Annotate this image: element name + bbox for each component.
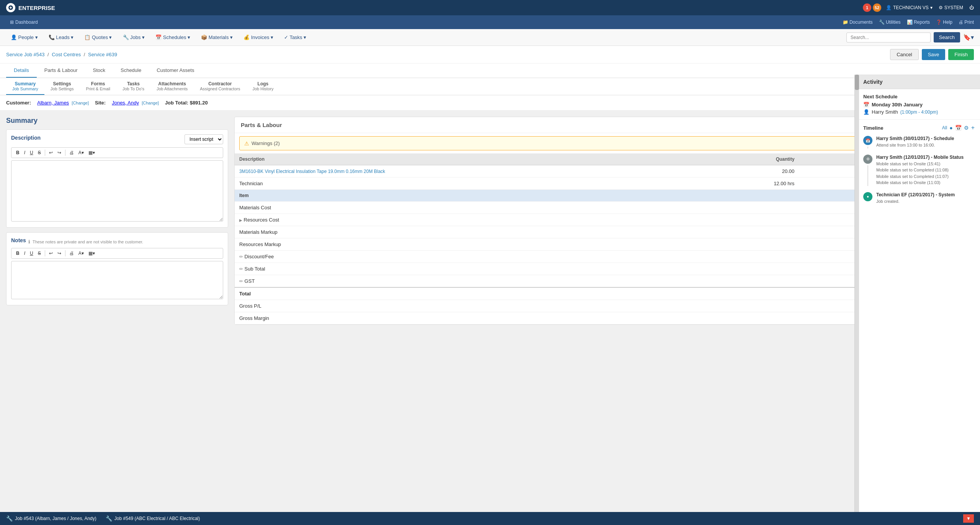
site-value: Jones, Andy [Change] bbox=[112, 100, 159, 106]
tab-parts-labour[interactable]: Parts & Labour bbox=[37, 64, 85, 78]
notes-toolbar-bold[interactable]: B bbox=[15, 250, 21, 257]
bottom-arrow-button[interactable]: ▼ bbox=[963, 514, 974, 523]
timeline-item: ⚙ Harry Smith (12/01/2017) - Mobile Stat… bbox=[863, 155, 975, 186]
toolbar-redo[interactable]: ↪ bbox=[56, 149, 63, 156]
sub-tab-attachments[interactable]: Attachments Job Attachments bbox=[150, 78, 194, 95]
bottom-job-1[interactable]: 🔧 Job #543 (Albarn, James / Jones, Andy) bbox=[6, 515, 96, 522]
filter-all[interactable]: All bbox=[942, 125, 947, 130]
edit-pencil-discount[interactable]: ✏ bbox=[239, 254, 243, 259]
nav-reports[interactable]: 📊 Reports bbox=[907, 20, 930, 25]
timeline-section: Timeline All ● 📅 ⚙ + 📅 Harry Smith (30/0… bbox=[858, 120, 980, 215]
nav-leads[interactable]: 📞 Leads ▾ bbox=[44, 32, 78, 42]
nav-quotes[interactable]: 📋 Quotes ▾ bbox=[80, 32, 116, 42]
save-button[interactable]: Save bbox=[922, 49, 946, 60]
badge-orange[interactable]: 52 bbox=[873, 3, 881, 12]
nav-dashboard[interactable]: ⊞ Dashboard bbox=[6, 15, 42, 29]
nav-schedules[interactable]: 📅 Schedules ▾ bbox=[151, 32, 195, 42]
notes-toolbar-italic[interactable]: I bbox=[23, 250, 27, 257]
breadcrumb-service[interactable]: Service #639 bbox=[88, 52, 117, 57]
search-button[interactable]: Search bbox=[934, 32, 960, 42]
notes-toolbar-highlight[interactable]: ▦▾ bbox=[87, 250, 96, 257]
toolbar-highlight[interactable]: ▦▾ bbox=[87, 149, 96, 156]
gross-pl-label: Gross P/L bbox=[235, 300, 799, 312]
cancel-button[interactable]: Cancel bbox=[890, 49, 918, 60]
nav-materials[interactable]: 📦 Materials ▾ bbox=[196, 32, 237, 42]
nav-jobs[interactable]: 🔧 Jobs ▾ bbox=[118, 32, 150, 42]
summary-title: Summary bbox=[6, 117, 228, 125]
customer-link[interactable]: Albarn, James bbox=[37, 100, 69, 106]
sub-tab-forms[interactable]: Forms Print & Email bbox=[80, 78, 116, 95]
sub-tab-logs[interactable]: Logs Job History bbox=[246, 78, 279, 95]
filter-calendar-icon[interactable]: 📅 bbox=[955, 125, 962, 131]
notes-toolbar-undo[interactable]: ↩ bbox=[47, 250, 54, 257]
toolbar-bold[interactable]: B bbox=[15, 149, 21, 156]
nav-print[interactable]: 🖨 Print bbox=[959, 20, 974, 25]
timeline-dot-col-3: ● bbox=[863, 192, 872, 205]
timeline-item: ● Technician EF (12/01/2017) - System Jo… bbox=[863, 192, 975, 205]
finish-button[interactable]: Finish bbox=[948, 49, 974, 60]
notes-hint: These notes are private and are not visi… bbox=[33, 240, 143, 244]
job-total: Job Total: $891.20 bbox=[165, 100, 208, 106]
warning-icon: ⚠ bbox=[244, 140, 249, 147]
row1-item-link[interactable]: 3M1610-BK Vinyl Electrical Insulation Ta… bbox=[239, 169, 385, 174]
app-logo: ENTERPRISE bbox=[6, 3, 55, 12]
tab-customer-assets[interactable]: Customer Assets bbox=[149, 64, 202, 78]
toolbar-sep-2 bbox=[65, 150, 65, 156]
nav-invoices[interactable]: 💰 Invoices ▾ bbox=[239, 32, 278, 42]
toolbar-font-color[interactable]: A▾ bbox=[77, 149, 85, 156]
customer-change[interactable]: [Change] bbox=[72, 101, 89, 105]
customer-label: Customer: bbox=[6, 100, 31, 106]
filter-circle-icon[interactable]: ● bbox=[949, 125, 952, 131]
notes-toolbar-font-color[interactable]: A▾ bbox=[77, 250, 85, 257]
filter-gear-icon[interactable]: ⚙ bbox=[964, 125, 969, 131]
left-panel: Summary Description Insert script B I U … bbox=[6, 117, 228, 522]
sub-tab-tasks[interactable]: Tasks Job To Do's bbox=[116, 78, 150, 95]
nav-people[interactable]: 👤 People ▾ bbox=[6, 32, 42, 42]
tab-details[interactable]: Details bbox=[6, 64, 37, 78]
site-change[interactable]: [Change] bbox=[142, 101, 159, 105]
edit-pencil-gst[interactable]: ✏ bbox=[239, 279, 243, 284]
sub-tab-contractor[interactable]: Contractor Assigned Contractors bbox=[194, 78, 246, 95]
tab-schedule[interactable]: Schedule bbox=[113, 64, 149, 78]
insert-script-select[interactable]: Insert script bbox=[185, 134, 223, 144]
site-link[interactable]: Jones, Andy bbox=[112, 100, 139, 106]
row1-description: 3M1610-BK Vinyl Electrical Insulation Ta… bbox=[235, 165, 708, 178]
nav-documents[interactable]: 📁 Documents bbox=[843, 20, 873, 25]
notes-toolbar-print[interactable]: 🖨 bbox=[68, 250, 75, 257]
bottom-job-2[interactable]: 🔧 Job #549 (ABC Electrical / ABC Electri… bbox=[106, 515, 200, 522]
breadcrumb: Service Job #543 / Cost Centres / Servic… bbox=[6, 52, 117, 57]
toolbar-print[interactable]: 🖨 bbox=[68, 149, 75, 156]
expand-arrow-resources[interactable]: ▶ bbox=[239, 218, 242, 222]
sub-tab-settings[interactable]: Settings Job Settings bbox=[44, 78, 80, 95]
filter-add-icon[interactable]: + bbox=[971, 124, 975, 131]
toolbar-underline[interactable]: U bbox=[28, 149, 35, 156]
toolbar-italic[interactable]: I bbox=[23, 149, 27, 156]
page-scrollbar[interactable] bbox=[854, 75, 859, 525]
sub-tabs-row: Summary Job Summary Settings Job Setting… bbox=[0, 78, 980, 95]
bookmark-icon[interactable]: 🔖▾ bbox=[963, 34, 974, 41]
notes-toolbar-underline[interactable]: U bbox=[28, 250, 35, 257]
badge-red[interactable]: 1 bbox=[863, 3, 871, 12]
breadcrumb-cost-centres[interactable]: Cost Centres bbox=[52, 52, 81, 57]
nav-help[interactable]: ❓ Help bbox=[936, 20, 952, 25]
user-menu[interactable]: 👤 TECHNICIAN VS ▾ bbox=[886, 5, 933, 10]
timeline-dot-1: 📅 bbox=[863, 136, 872, 145]
search-input[interactable] bbox=[846, 33, 931, 42]
power-button[interactable]: ⏻ bbox=[969, 5, 974, 10]
sub-tab-summary[interactable]: Summary Job Summary bbox=[6, 78, 44, 95]
breadcrumb-service-job[interactable]: Service Job #543 bbox=[6, 52, 44, 57]
system-menu[interactable]: ⚙ SYSTEM bbox=[939, 5, 963, 10]
nav-tasks[interactable]: ✓ Tasks ▾ bbox=[279, 32, 311, 42]
toolbar-strike[interactable]: S bbox=[36, 149, 42, 156]
scrollbar-thumb[interactable] bbox=[855, 75, 859, 90]
notes-textarea[interactable] bbox=[11, 261, 223, 299]
gst-label: ✏ GST bbox=[235, 275, 708, 288]
notes-toolbar-strike[interactable]: S bbox=[36, 250, 42, 257]
edit-pencil-subtotal[interactable]: ✏ bbox=[239, 266, 243, 272]
nav-utilities[interactable]: 🔧 Utilities bbox=[879, 20, 901, 25]
description-textarea[interactable] bbox=[11, 160, 223, 222]
calendar-icon: 📅 bbox=[863, 102, 869, 108]
toolbar-undo[interactable]: ↩ bbox=[47, 149, 54, 156]
tab-stock[interactable]: Stock bbox=[85, 64, 113, 78]
notes-toolbar-redo[interactable]: ↪ bbox=[56, 250, 63, 257]
